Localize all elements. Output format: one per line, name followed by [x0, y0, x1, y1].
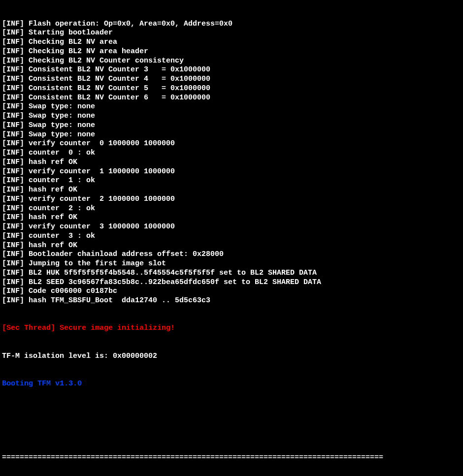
boot-log-line: [INF] counter 3 : ok [2, 232, 461, 241]
boot-log-line: [INF] verify counter 3 1000000 1000000 [2, 222, 461, 232]
boot-log-line: [INF] Consistent BL2 NV Counter 6 = 0x10… [2, 94, 461, 103]
boot-log-line: [INF] Checking BL2 NV area [2, 38, 461, 47]
boot-log-line: [INF] BL2 HUK 5f5f5f5f5f4b5548..5f45554c… [2, 269, 461, 278]
boot-log-line: [INF] verify counter 0 1000000 1000000 [2, 139, 461, 149]
boot-log-line: [INF] Code c006000 c0187bc [2, 287, 461, 296]
boot-log-line: [INF] hash ref OK [2, 186, 461, 195]
boot-log-line: [INF] Consistent BL2 NV Counter 4 = 0x10… [2, 75, 461, 84]
boot-log-line: [INF] Checking BL2 NV Counter consistenc… [2, 57, 461, 66]
boot-log-line: [INF] Starting bootloader [2, 29, 461, 38]
boot-log-line: [INF] Swap type: none [2, 130, 461, 140]
rule-top: ========================================… [2, 453, 461, 463]
secure-init-line: [Sec Thread] Secure image initializing! [2, 324, 461, 333]
boot-log-line: [INF] counter 1 : ok [2, 176, 461, 186]
boot-log-line: [INF] BL2 SEED 3c96567fa83c5b8c..922bea6… [2, 278, 461, 287]
boot-log-line: [INF] Swap type: none [2, 112, 461, 121]
boot-log-line: [INF] hash TFM_SBSFU_Boot dda12740 .. 5d… [2, 296, 461, 306]
tfm-boot-line: Booting TFM v1.3.0 [2, 380, 461, 389]
boot-log-line: [INF] counter 0 : ok [2, 149, 461, 158]
boot-log-line: [INF] Bootloader chainload address offse… [2, 250, 461, 259]
boot-log-line: [INF] Consistent BL2 NV Counter 3 = 0x10… [2, 65, 461, 75]
boot-log-line: [INF] hash ref OK [2, 241, 461, 251]
boot-log-line: [INF] Swap type: none [2, 102, 461, 112]
boot-log-line: [INF] counter 2 : ok [2, 204, 461, 214]
boot-log-line: [INF] Flash operation: Op=0x0, Area=0x0,… [2, 20, 461, 29]
boot-log-line: [INF] verify counter 2 1000000 1000000 [2, 195, 461, 204]
boot-log-line: [INF] Consistent BL2 NV Counter 5 = 0x10… [2, 84, 461, 94]
boot-log-line: [INF] Checking BL2 NV area header [2, 47, 461, 57]
copyright-block: ========================================… [2, 435, 461, 476]
boot-log: [INF] Flash operation: Op=0x0, Area=0x0,… [2, 20, 461, 306]
isolation-level-line: TF-M isolation level is: 0x00000002 [2, 352, 461, 361]
boot-log-line: [INF] Jumping to the first image slot [2, 259, 461, 269]
boot-log-line: [INF] verify counter 1 1000000 1000000 [2, 167, 461, 177]
boot-log-line: [INF] Swap type: none [2, 121, 461, 130]
boot-log-line: [INF] hash ref OK [2, 213, 461, 222]
terminal-output: [INF] Flash operation: Op=0x0, Area=0x0,… [0, 0, 463, 476]
boot-log-line: [INF] hash ref OK [2, 158, 461, 167]
